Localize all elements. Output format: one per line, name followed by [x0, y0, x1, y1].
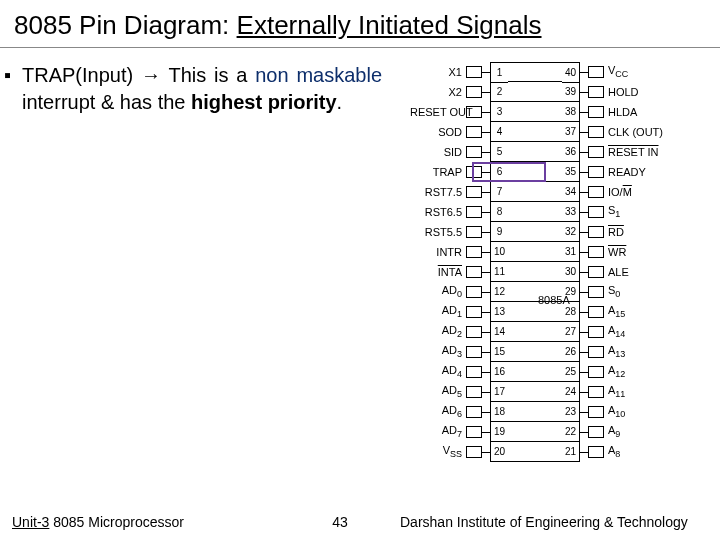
slide-title: 8085 Pin Diagram: Externally Initiated S… — [0, 0, 720, 47]
pin-number-right: 27 — [562, 322, 580, 342]
pin-row: INTA1130ALE — [410, 262, 710, 282]
pin-box-left — [466, 266, 482, 278]
pin-box-left — [466, 246, 482, 258]
pin-wire — [580, 412, 588, 413]
pin-box-right — [588, 206, 604, 218]
chip-body — [508, 62, 562, 82]
pin-box-right — [588, 106, 604, 118]
chip-body — [508, 242, 562, 262]
pin-wire — [482, 112, 490, 113]
pin-row: RST7.5734IO/M — [410, 182, 710, 202]
pin-wire — [482, 412, 490, 413]
pin-label-right: ALE — [604, 266, 666, 278]
pin-wire — [482, 372, 490, 373]
pin-number-left: 7 — [490, 182, 508, 202]
pin-box-left — [466, 126, 482, 138]
pin-wire — [580, 432, 588, 433]
pin-number-right: 21 — [562, 442, 580, 462]
pin-label-left: TRAP — [410, 166, 466, 178]
pin-number-left: 3 — [490, 102, 508, 122]
pin-wire — [580, 192, 588, 193]
pin-row: INTR1031WR — [410, 242, 710, 262]
pin-label-left: AD0 — [410, 284, 466, 299]
pin-wire — [482, 332, 490, 333]
pin-number-right: 31 — [562, 242, 580, 262]
chip-body — [508, 82, 562, 102]
pin-box-right — [588, 166, 604, 178]
chip-body — [508, 122, 562, 142]
pin-number-right: 38 — [562, 102, 580, 122]
pin-number-right: 23 — [562, 402, 580, 422]
pin-row: AD31526A13 — [410, 342, 710, 362]
pin-wire — [482, 392, 490, 393]
pin-number-right: 35 — [562, 162, 580, 182]
pin-box-left — [466, 386, 482, 398]
pin-number-right: 37 — [562, 122, 580, 142]
pin-label-right: VCC — [604, 64, 666, 79]
pin-label-right: A14 — [604, 324, 666, 339]
footer-right: Darshan Institute of Engineering & Techn… — [380, 514, 720, 530]
pin-box-left — [466, 306, 482, 318]
text-column: ▪ TRAP(Input) → This is a non maskable i… — [22, 62, 382, 462]
pin-box-right — [588, 66, 604, 78]
pin-label-left: INTA — [410, 266, 466, 278]
pin-wire — [580, 152, 588, 153]
pin-box-right — [588, 266, 604, 278]
pin-number-right: 22 — [562, 422, 580, 442]
pin-row: TRAP635READY — [410, 162, 710, 182]
pin-box-left — [466, 206, 482, 218]
pin-row: AD71922A9 — [410, 422, 710, 442]
pin-label-left: AD3 — [410, 344, 466, 359]
pin-label-left: RESET OUT — [410, 106, 466, 118]
bullet-text: TRAP(Input) → This is a non maskable int… — [22, 62, 382, 116]
pin-number-right: 25 — [562, 362, 580, 382]
pin-wire — [580, 352, 588, 353]
chip-body — [508, 202, 562, 222]
pin-box-right — [588, 446, 604, 458]
pin-box-left — [466, 346, 482, 358]
footer-subject: 8085 Microprocessor — [49, 514, 184, 530]
pin-wire — [580, 252, 588, 253]
pin-label-left: VSS — [410, 444, 466, 459]
pin-wire — [580, 72, 588, 73]
pin-wire — [580, 332, 588, 333]
diagram-column: X1140VCCX2239HOLDRESET OUT338HLDASOD437C… — [382, 62, 710, 462]
pin-number-right: 32 — [562, 222, 580, 242]
chip-body — [508, 362, 562, 382]
pin-number-left: 4 — [490, 122, 508, 142]
pin-number-left: 20 — [490, 442, 508, 462]
bullet-marker: ▪ — [4, 62, 22, 116]
pin-label-left: INTR — [410, 246, 466, 258]
pin-number-right: 34 — [562, 182, 580, 202]
pin-box-left — [466, 66, 482, 78]
pin-label-right: HLDA — [604, 106, 666, 118]
pin-label-right: WR — [604, 246, 666, 258]
pin-number-right: 30 — [562, 262, 580, 282]
pin-row: AD41625A12 — [410, 362, 710, 382]
pin-row: AD51724A11 — [410, 382, 710, 402]
pin-wire — [482, 292, 490, 293]
pin-number-right: 36 — [562, 142, 580, 162]
title-pre: 8085 Pin Diagram: — [14, 10, 237, 40]
pin-box-right — [588, 426, 604, 438]
slide-body: ▪ TRAP(Input) → This is a non maskable i… — [0, 48, 720, 462]
pin-number-left: 2 — [490, 82, 508, 102]
pin-label-left: AD2 — [410, 324, 466, 339]
bullet-lead: TRAP(Input) — [22, 64, 141, 86]
pin-box-right — [588, 86, 604, 98]
footer-left: Unit-3 8085 Microprocessor — [0, 514, 300, 530]
pin-label-right: RESET IN — [604, 146, 666, 158]
pin-box-right — [588, 366, 604, 378]
pin-label-left: X2 — [410, 86, 466, 98]
pin-label-left: RST5.5 — [410, 226, 466, 238]
slide-footer: Unit-3 8085 Microprocessor 43 Darshan In… — [0, 514, 720, 530]
bullet-mid1: This is a — [161, 64, 255, 86]
pin-box-left — [466, 426, 482, 438]
pin-number-right: 24 — [562, 382, 580, 402]
title-underlined: Externally Initiated Signals — [237, 10, 542, 40]
highest-priority-text: highest priority — [191, 91, 337, 113]
pin-wire — [482, 452, 490, 453]
bullet-mid2: interrupt & has the — [22, 91, 191, 113]
pin-box-left — [466, 366, 482, 378]
pin-label-right: A9 — [604, 424, 666, 439]
